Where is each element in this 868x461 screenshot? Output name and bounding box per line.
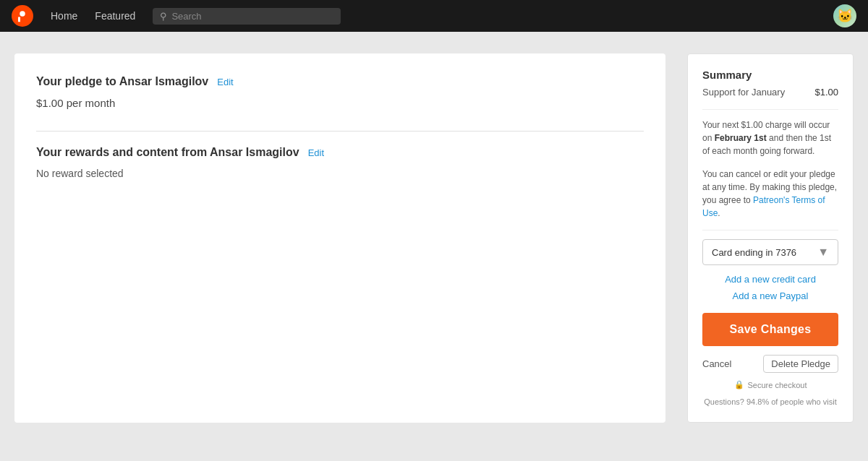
cancel-link[interactable]: Cancel bbox=[702, 358, 731, 369]
summary-divider-2 bbox=[702, 230, 838, 231]
support-label: Support for January bbox=[702, 87, 785, 98]
add-paypal-link[interactable]: Add a new Paypal bbox=[702, 290, 838, 301]
summary-card: Summary Support for January $1.00 Your n… bbox=[687, 53, 854, 423]
pledge-title: Your pledge to Ansar Ismagilov Edit bbox=[36, 75, 644, 88]
charge-date-bold: February 1st bbox=[715, 133, 767, 143]
left-panel: Your pledge to Ansar Ismagilov Edit $1.0… bbox=[14, 53, 665, 423]
svg-point-0 bbox=[20, 11, 25, 17]
nav-home[interactable]: Home bbox=[51, 10, 77, 22]
right-panel: Summary Support for January $1.00 Your n… bbox=[687, 53, 854, 423]
secure-checkout: 🔒 Secure checkout bbox=[702, 380, 838, 389]
summary-divider-1 bbox=[702, 109, 838, 110]
support-value: $1.00 bbox=[814, 87, 838, 98]
secure-label: Secure checkout bbox=[748, 381, 807, 389]
terms-description: You can cancel or edit your pledge at an… bbox=[702, 168, 838, 220]
search-icon: ⚲ bbox=[160, 11, 167, 22]
dropdown-arrow-icon: ▼ bbox=[817, 246, 829, 259]
rewards-section: Your rewards and content from Ansar Isma… bbox=[36, 146, 644, 179]
summary-title: Summary bbox=[702, 69, 838, 81]
terms-suffix: . bbox=[718, 208, 720, 218]
card-dropdown[interactable]: Card ending in 7376 ▼ bbox=[702, 239, 838, 265]
lock-icon: 🔒 bbox=[734, 380, 744, 389]
page-content: Your pledge to Ansar Ismagilov Edit $1.0… bbox=[0, 32, 868, 444]
patreon-logo[interactable] bbox=[12, 5, 33, 27]
bottom-actions: Cancel Delete Pledge bbox=[702, 355, 838, 373]
pledge-section: Your pledge to Ansar Ismagilov Edit $1.0… bbox=[36, 75, 644, 109]
avatar[interactable]: 🐱 bbox=[833, 4, 856, 27]
search-container: ⚲ bbox=[153, 8, 341, 25]
delete-pledge-link[interactable]: Delete Pledge bbox=[763, 355, 838, 373]
search-input[interactable] bbox=[171, 11, 333, 22]
pledge-title-text: Your pledge to Ansar Ismagilov bbox=[36, 75, 208, 88]
summary-support-row: Support for January $1.00 bbox=[702, 87, 838, 98]
svg-rect-1 bbox=[18, 17, 20, 22]
save-changes-button[interactable]: Save Changes bbox=[702, 313, 838, 346]
rewards-edit-link[interactable]: Edit bbox=[308, 147, 324, 158]
questions-text: Questions? 94.8% of people who visit bbox=[702, 397, 838, 408]
card-label: Card ending in 7376 bbox=[712, 247, 796, 258]
no-reward-text: No reward selected bbox=[36, 168, 644, 179]
nav-featured[interactable]: Featured bbox=[95, 10, 135, 22]
charge-description: Your next $1.00 charge will occur on Feb… bbox=[702, 119, 838, 158]
pledge-amount: $1.00 per month bbox=[36, 97, 644, 109]
navbar: Home Featured ⚲ 🐱 bbox=[0, 0, 868, 32]
avatar-image: 🐱 bbox=[837, 8, 853, 24]
rewards-title-text: Your rewards and content from Ansar Isma… bbox=[36, 146, 299, 159]
section-divider bbox=[36, 131, 644, 132]
pledge-edit-link[interactable]: Edit bbox=[217, 77, 233, 87]
rewards-title: Your rewards and content from Ansar Isma… bbox=[36, 146, 644, 159]
add-credit-card-link[interactable]: Add a new credit card bbox=[702, 274, 838, 285]
